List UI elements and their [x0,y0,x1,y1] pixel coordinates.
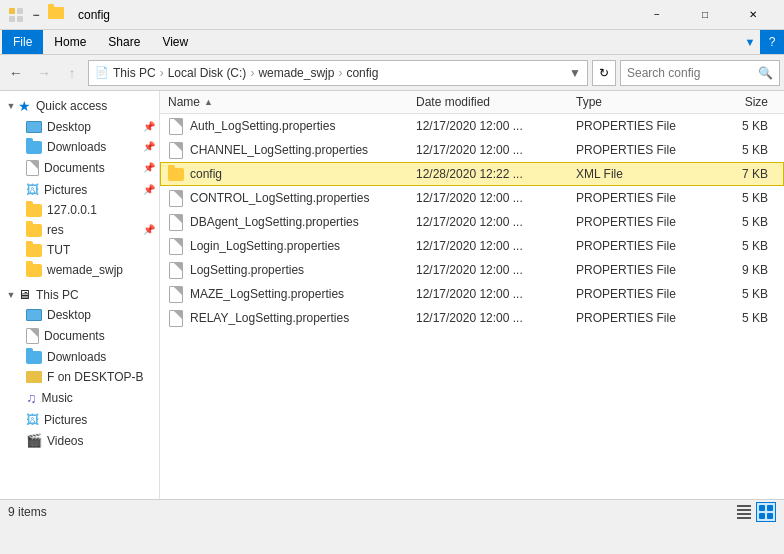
back-button[interactable]: ← [4,61,28,85]
file-size: 9 KB [706,263,776,277]
col-size-header[interactable]: Size [706,95,776,109]
maximize-button[interactable]: □ [682,0,728,30]
table-row[interactable]: LogSetting.properties 12/17/2020 12:00 .… [160,258,784,282]
table-row[interactable]: Login_LogSetting.properties 12/17/2020 1… [160,234,784,258]
sidebar-ip-label: 127.0.0.1 [47,203,97,217]
sidebar-item-drive-f[interactable]: F on DESKTOP-B [0,367,159,387]
close-button[interactable]: ✕ [730,0,776,30]
table-row[interactable]: config 12/28/2020 12:22 ... XML File 7 K… [160,162,784,186]
file-name: CHANNEL_LogSetting.properties [190,143,416,157]
minimize-button[interactable]: − [634,0,680,30]
sidebar-desktop-pc-label: Desktop [47,308,91,322]
sidebar-this-pc[interactable]: ▼ 🖥 This PC [0,284,159,305]
file-icon [168,261,184,279]
title-bar-system-icons: − [8,7,70,23]
sidebar-item-music[interactable]: ♫ Music [0,387,159,409]
address-sep-1: › [160,66,164,80]
view-icons [734,502,776,522]
address-bar[interactable]: 📄 This PC › Local Disk (C:) › wemade_swj… [88,60,588,86]
file-icon [168,309,184,327]
file-date: 12/17/2020 12:00 ... [416,311,576,325]
file-type: PROPERTIES File [576,311,706,325]
sidebar-item-tut[interactable]: TUT [0,240,159,260]
page-icon [169,214,183,231]
details-view-btn[interactable] [734,502,754,522]
file-type: PROPERTIES File [576,263,706,277]
sidebar-item-videos[interactable]: 🎬 Videos [0,430,159,451]
file-icon [168,213,184,231]
table-row[interactable]: CONTROL_LogSetting.properties 12/17/2020… [160,186,784,210]
file-date: 12/17/2020 12:00 ... [416,263,576,277]
sidebar-item-desktop-qa[interactable]: Desktop 📌 [0,117,159,137]
sidebar-item-res[interactable]: res 📌 [0,220,159,240]
folder-icon-wemade [26,264,42,277]
sidebar-quick-access-label: Quick access [36,99,107,113]
file-date: 12/17/2020 12:00 ... [416,191,576,205]
ribbon: File Home Share View ▼ ? [0,30,784,55]
content-area: Name ▲ Date modified Type Size Auth_LogS… [160,91,784,499]
address-dropdown-btn[interactable]: ▼ [569,66,581,80]
col-type-header[interactable]: Type [576,95,706,109]
file-size: 5 KB [706,143,776,157]
expand-icon: ▼ [4,99,18,113]
sidebar-item-desktop-pc[interactable]: Desktop [0,305,159,325]
table-row[interactable]: CHANNEL_LogSetting.properties 12/17/2020… [160,138,784,162]
tab-home[interactable]: Home [43,30,97,54]
xml-folder-icon [168,168,184,181]
sidebar-item-downloads-pc[interactable]: Downloads [0,347,159,367]
forward-button[interactable]: → [32,61,56,85]
refresh-button[interactable]: ↻ [592,60,616,86]
window-controls: − □ ✕ [634,0,776,30]
file-icon [168,165,184,183]
file-type: PROPERTIES File [576,191,706,205]
page-icon [169,190,183,207]
sidebar-item-documents-pc[interactable]: Documents [0,325,159,347]
sidebar-item-downloads-qa[interactable]: Downloads 📌 [0,137,159,157]
file-list: Auth_LogSetting.properties 12/17/2020 12… [160,114,784,499]
sidebar-item-documents-qa[interactable]: Documents 📌 [0,157,159,179]
sidebar-videos-label: Videos [47,434,83,448]
help-icon[interactable]: ? [760,30,784,54]
status-bar: 9 items [0,499,784,523]
tab-view[interactable]: View [151,30,199,54]
up-button[interactable]: ↑ [60,61,84,85]
file-size: 5 KB [706,239,776,253]
sidebar-quick-access[interactable]: ▼ ★ Quick access [0,95,159,117]
sidebar-item-pictures-qa[interactable]: 🖼 Pictures 📌 [0,179,159,200]
sidebar-item-pictures-pc[interactable]: 🖼 Pictures [0,409,159,430]
col-date-header[interactable]: Date modified [416,95,576,109]
large-icons-view-btn[interactable] [756,502,776,522]
file-size: 7 KB [706,167,776,181]
tab-file[interactable]: File [2,30,43,54]
page-icon [169,118,183,135]
sidebar-pictures-pc-label: Pictures [44,413,87,427]
search-input[interactable] [627,66,754,80]
page-icon [169,262,183,279]
table-row[interactable]: MAZE_LogSetting.properties 12/17/2020 12… [160,282,784,306]
file-name: RELAY_LogSetting.properties [190,311,416,325]
page-icon [169,142,183,159]
title-bar: − config − □ ✕ [0,0,784,30]
table-row[interactable]: DBAgent_LogSetting.properties 12/17/2020… [160,210,784,234]
folder-icon-tut [26,244,42,257]
tab-share[interactable]: Share [97,30,151,54]
search-icon[interactable]: 🔍 [758,66,773,80]
sidebar-downloads-pc-label: Downloads [47,350,106,364]
file-date: 12/17/2020 12:00 ... [416,239,576,253]
pin-icon-dl: 📌 [143,141,155,153]
sidebar-item-wemade[interactable]: wemade_swjp [0,260,159,280]
col-name-header[interactable]: Name ▲ [168,95,416,109]
sidebar-item-ip[interactable]: 127.0.0.1 [0,200,159,220]
sidebar-documents-pc-label: Documents [44,329,105,343]
drive-f-icon [26,371,42,383]
pin-icon-pics: 📌 [143,184,155,196]
file-name: DBAgent_LogSetting.properties [190,215,416,229]
sidebar-desktop-label: Desktop [47,120,91,134]
file-size: 5 KB [706,311,776,325]
ribbon-help-btn[interactable]: ▼ [740,30,760,54]
window-title: config [78,8,634,22]
search-bar[interactable]: 🔍 [620,60,780,86]
table-row[interactable]: RELAY_LogSetting.properties 12/17/2020 1… [160,306,784,330]
table-row[interactable]: Auth_LogSetting.properties 12/17/2020 12… [160,114,784,138]
address-toolbar: ← → ↑ 📄 This PC › Local Disk (C:) › wema… [0,55,784,91]
